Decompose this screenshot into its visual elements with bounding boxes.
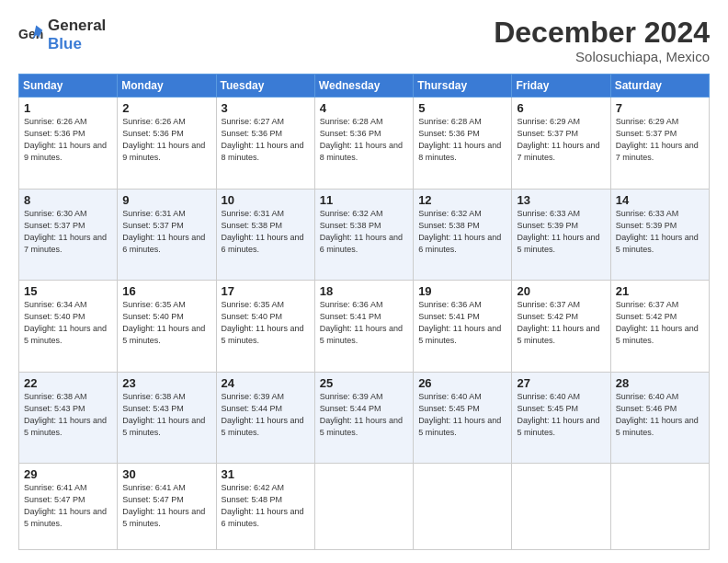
calendar-cell: 26Sunrise: 6:40 AMSunset: 5:45 PMDayligh… bbox=[414, 372, 512, 464]
calendar-cell: 3Sunrise: 6:27 AMSunset: 5:36 PMDaylight… bbox=[216, 98, 314, 190]
calendar-week-row: 15Sunrise: 6:34 AMSunset: 5:40 PMDayligh… bbox=[19, 281, 710, 373]
calendar-week-row: 8Sunrise: 6:30 AMSunset: 5:37 PMDaylight… bbox=[19, 189, 710, 281]
cell-info: Sunrise: 6:30 AMSunset: 5:37 PMDaylight:… bbox=[24, 208, 112, 256]
day-number: 27 bbox=[517, 376, 605, 390]
calendar-cell bbox=[414, 464, 512, 550]
calendar-cell: 24Sunrise: 6:39 AMSunset: 5:44 PMDayligh… bbox=[216, 372, 314, 464]
calendar-cell: 12Sunrise: 6:32 AMSunset: 5:38 PMDayligh… bbox=[414, 189, 512, 281]
day-header: Thursday bbox=[414, 75, 512, 98]
day-number: 26 bbox=[418, 376, 506, 390]
day-number: 14 bbox=[616, 193, 704, 207]
logo: Gen General Blue bbox=[18, 17, 106, 53]
cell-info: Sunrise: 6:40 AMSunset: 5:46 PMDaylight:… bbox=[616, 391, 704, 439]
cell-info: Sunrise: 6:42 AMSunset: 5:48 PMDaylight:… bbox=[222, 482, 310, 530]
cell-info: Sunrise: 6:27 AMSunset: 5:36 PMDaylight:… bbox=[222, 116, 310, 164]
calendar-cell: 20Sunrise: 6:37 AMSunset: 5:42 PMDayligh… bbox=[512, 281, 610, 373]
day-number: 12 bbox=[418, 193, 506, 207]
calendar-week-row: 22Sunrise: 6:38 AMSunset: 5:43 PMDayligh… bbox=[19, 372, 710, 464]
calendar-cell: 8Sunrise: 6:30 AMSunset: 5:37 PMDaylight… bbox=[19, 189, 118, 281]
day-number: 7 bbox=[616, 101, 704, 115]
calendar-cell: 10Sunrise: 6:31 AMSunset: 5:38 PMDayligh… bbox=[216, 189, 314, 281]
cell-info: Sunrise: 6:32 AMSunset: 5:38 PMDaylight:… bbox=[418, 208, 506, 256]
calendar-cell: 5Sunrise: 6:28 AMSunset: 5:36 PMDaylight… bbox=[414, 98, 512, 190]
cell-info: Sunrise: 6:40 AMSunset: 5:45 PMDaylight:… bbox=[418, 391, 506, 439]
calendar-cell: 15Sunrise: 6:34 AMSunset: 5:40 PMDayligh… bbox=[19, 281, 118, 373]
day-number: 31 bbox=[222, 467, 310, 481]
calendar-cell: 30Sunrise: 6:41 AMSunset: 5:47 PMDayligh… bbox=[118, 464, 216, 550]
day-header: Friday bbox=[512, 75, 610, 98]
day-number: 29 bbox=[24, 467, 112, 481]
title-block: December 2024 Solosuchiapa, Mexico bbox=[494, 17, 710, 64]
day-number: 17 bbox=[222, 284, 310, 298]
cell-info: Sunrise: 6:33 AMSunset: 5:39 PMDaylight:… bbox=[616, 208, 704, 256]
calendar-cell: 1Sunrise: 6:26 AMSunset: 5:36 PMDaylight… bbox=[19, 98, 118, 190]
day-number: 19 bbox=[418, 284, 506, 298]
calendar-header-row: SundayMondayTuesdayWednesdayThursdayFrid… bbox=[19, 75, 710, 98]
logo-icon: Gen bbox=[18, 22, 44, 48]
cell-info: Sunrise: 6:28 AMSunset: 5:36 PMDaylight:… bbox=[320, 116, 408, 164]
header: Gen General Blue December 2024 Solosuchi… bbox=[18, 17, 710, 64]
cell-info: Sunrise: 6:29 AMSunset: 5:37 PMDaylight:… bbox=[517, 116, 605, 164]
cell-info: Sunrise: 6:31 AMSunset: 5:38 PMDaylight:… bbox=[222, 208, 310, 256]
cell-info: Sunrise: 6:31 AMSunset: 5:37 PMDaylight:… bbox=[122, 208, 210, 256]
calendar-cell: 29Sunrise: 6:41 AMSunset: 5:47 PMDayligh… bbox=[19, 464, 118, 550]
day-header: Sunday bbox=[19, 75, 118, 98]
month-title: December 2024 bbox=[494, 17, 710, 49]
calendar-cell: 13Sunrise: 6:33 AMSunset: 5:39 PMDayligh… bbox=[512, 189, 610, 281]
calendar-cell: 2Sunrise: 6:26 AMSunset: 5:36 PMDaylight… bbox=[118, 98, 216, 190]
day-number: 4 bbox=[320, 101, 408, 115]
calendar-cell: 7Sunrise: 6:29 AMSunset: 5:37 PMDaylight… bbox=[610, 98, 709, 190]
day-number: 2 bbox=[122, 101, 210, 115]
day-header: Tuesday bbox=[216, 75, 314, 98]
day-number: 13 bbox=[517, 193, 605, 207]
cell-info: Sunrise: 6:33 AMSunset: 5:39 PMDaylight:… bbox=[517, 208, 605, 256]
calendar-cell: 18Sunrise: 6:36 AMSunset: 5:41 PMDayligh… bbox=[314, 281, 413, 373]
calendar-week-row: 29Sunrise: 6:41 AMSunset: 5:47 PMDayligh… bbox=[19, 464, 710, 550]
cell-info: Sunrise: 6:38 AMSunset: 5:43 PMDaylight:… bbox=[122, 391, 210, 439]
cell-info: Sunrise: 6:41 AMSunset: 5:47 PMDaylight:… bbox=[24, 482, 112, 530]
day-number: 3 bbox=[222, 101, 310, 115]
calendar-cell: 16Sunrise: 6:35 AMSunset: 5:40 PMDayligh… bbox=[118, 281, 216, 373]
day-number: 21 bbox=[616, 284, 704, 298]
calendar-cell: 6Sunrise: 6:29 AMSunset: 5:37 PMDaylight… bbox=[512, 98, 610, 190]
page: Gen General Blue December 2024 Solosuchi… bbox=[0, 0, 728, 563]
calendar-cell: 19Sunrise: 6:36 AMSunset: 5:41 PMDayligh… bbox=[414, 281, 512, 373]
cell-info: Sunrise: 6:41 AMSunset: 5:47 PMDaylight:… bbox=[122, 482, 210, 530]
day-number: 28 bbox=[616, 376, 704, 390]
cell-info: Sunrise: 6:34 AMSunset: 5:40 PMDaylight:… bbox=[24, 299, 112, 347]
day-number: 25 bbox=[320, 376, 408, 390]
calendar-cell: 27Sunrise: 6:40 AMSunset: 5:45 PMDayligh… bbox=[512, 372, 610, 464]
calendar-cell: 4Sunrise: 6:28 AMSunset: 5:36 PMDaylight… bbox=[314, 98, 413, 190]
calendar-cell: 9Sunrise: 6:31 AMSunset: 5:37 PMDaylight… bbox=[118, 189, 216, 281]
cell-info: Sunrise: 6:36 AMSunset: 5:41 PMDaylight:… bbox=[418, 299, 506, 347]
day-number: 20 bbox=[517, 284, 605, 298]
calendar-cell: 28Sunrise: 6:40 AMSunset: 5:46 PMDayligh… bbox=[610, 372, 709, 464]
day-number: 23 bbox=[122, 376, 210, 390]
calendar-body: 1Sunrise: 6:26 AMSunset: 5:36 PMDaylight… bbox=[19, 98, 710, 550]
cell-info: Sunrise: 6:39 AMSunset: 5:44 PMDaylight:… bbox=[222, 391, 310, 439]
day-header: Wednesday bbox=[314, 75, 413, 98]
day-number: 11 bbox=[320, 193, 408, 207]
cell-info: Sunrise: 6:32 AMSunset: 5:38 PMDaylight:… bbox=[320, 208, 408, 256]
day-number: 18 bbox=[320, 284, 408, 298]
day-number: 10 bbox=[222, 193, 310, 207]
day-number: 8 bbox=[24, 193, 112, 207]
cell-info: Sunrise: 6:28 AMSunset: 5:36 PMDaylight:… bbox=[418, 116, 506, 164]
cell-info: Sunrise: 6:29 AMSunset: 5:37 PMDaylight:… bbox=[616, 116, 704, 164]
calendar-cell: 14Sunrise: 6:33 AMSunset: 5:39 PMDayligh… bbox=[610, 189, 709, 281]
calendar-cell: 17Sunrise: 6:35 AMSunset: 5:40 PMDayligh… bbox=[216, 281, 314, 373]
day-number: 5 bbox=[418, 101, 506, 115]
calendar-cell: 31Sunrise: 6:42 AMSunset: 5:48 PMDayligh… bbox=[216, 464, 314, 550]
calendar-cell bbox=[610, 464, 709, 550]
calendar-cell: 25Sunrise: 6:39 AMSunset: 5:44 PMDayligh… bbox=[314, 372, 413, 464]
calendar-week-row: 1Sunrise: 6:26 AMSunset: 5:36 PMDaylight… bbox=[19, 98, 710, 190]
day-header: Monday bbox=[118, 75, 216, 98]
calendar-table: SundayMondayTuesdayWednesdayThursdayFrid… bbox=[18, 74, 710, 550]
day-header: Saturday bbox=[610, 75, 709, 98]
cell-info: Sunrise: 6:26 AMSunset: 5:36 PMDaylight:… bbox=[122, 116, 210, 164]
logo-text: General Blue bbox=[48, 17, 106, 52]
logo-general: General bbox=[48, 17, 106, 34]
cell-info: Sunrise: 6:26 AMSunset: 5:36 PMDaylight:… bbox=[24, 116, 112, 164]
day-number: 30 bbox=[122, 467, 210, 481]
cell-info: Sunrise: 6:39 AMSunset: 5:44 PMDaylight:… bbox=[320, 391, 408, 439]
